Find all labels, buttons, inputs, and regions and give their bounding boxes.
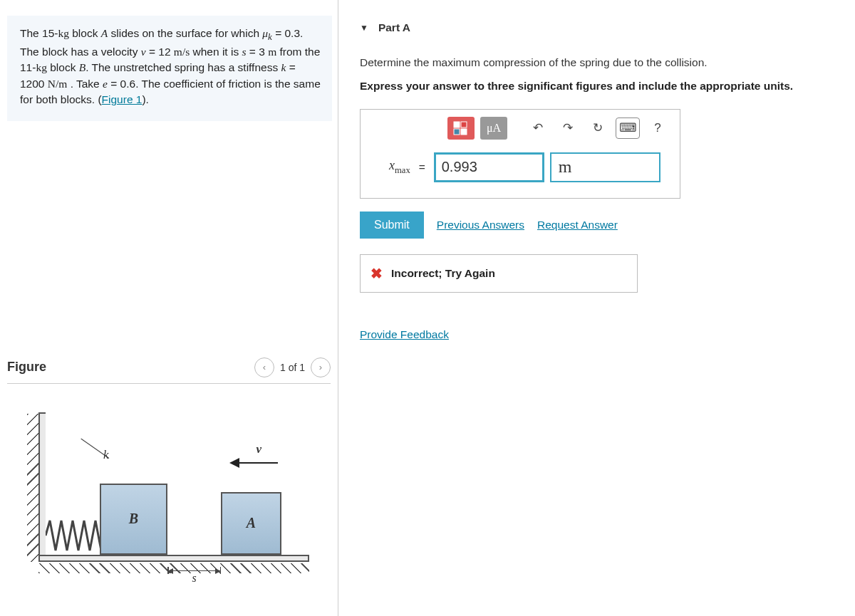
- svg-rect-3: [461, 129, 467, 135]
- previous-answers-link[interactable]: Previous Answers: [437, 219, 524, 231]
- block-a: A: [221, 492, 281, 555]
- reset-button[interactable]: ↻: [586, 118, 610, 139]
- distance-s-label: s: [167, 570, 221, 585]
- keyboard-button[interactable]: ⌨: [616, 118, 640, 139]
- problem-statement: The 15-kg block A slides on the surface …: [7, 16, 332, 121]
- figure-counter: 1 of 1: [280, 362, 305, 373]
- request-answer-link[interactable]: Request Answer: [537, 219, 618, 231]
- figure-title: Figure: [7, 360, 46, 375]
- submit-button[interactable]: Submit: [360, 212, 424, 239]
- svg-rect-1: [461, 122, 467, 127]
- figure-next-button[interactable]: ›: [311, 357, 331, 377]
- svg-rect-0: [454, 122, 460, 127]
- equals-label: =: [419, 161, 425, 174]
- answer-unit-input[interactable]: m: [550, 152, 660, 182]
- velocity-arrow: v: [229, 448, 283, 469]
- svg-rect-2: [454, 129, 460, 135]
- block-b: B: [100, 484, 167, 555]
- collapse-icon: ▼: [360, 23, 368, 33]
- help-button[interactable]: ?: [646, 118, 670, 139]
- part-a-header[interactable]: ▼ Part A: [360, 14, 841, 34]
- answer-variable-label: xmax: [389, 158, 410, 176]
- undo-button[interactable]: ↶: [526, 118, 550, 139]
- redo-button[interactable]: ↷: [556, 118, 580, 139]
- units-button[interactable]: μA: [480, 117, 507, 140]
- figure-diagram: k B A v s: [21, 405, 321, 590]
- part-a-prompt: Determine the maximum compression of the…: [360, 54, 841, 71]
- provide-feedback-link[interactable]: Provide Feedback: [360, 328, 449, 340]
- figure-prev-button[interactable]: ‹: [254, 357, 274, 377]
- answer-value-input[interactable]: [434, 152, 544, 182]
- templates-button[interactable]: [447, 117, 475, 140]
- answer-panel: μA ↶ ↷ ↻ ⌨ ? xmax = m: [360, 109, 680, 199]
- figure-link[interactable]: Figure 1: [102, 93, 142, 105]
- spring-k-label: k: [103, 448, 109, 462]
- part-a-hint: Express your answer to three significant…: [360, 78, 841, 94]
- incorrect-icon: ✖: [370, 265, 383, 282]
- feedback-message: ✖ Incorrect; Try Again: [360, 254, 638, 293]
